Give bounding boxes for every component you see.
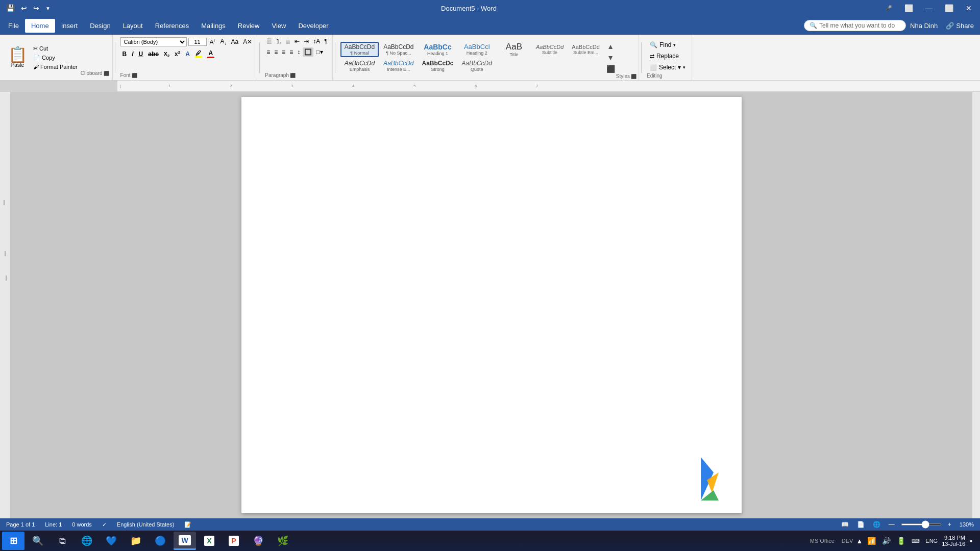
find-button[interactable]: 🔍 Find ▾ [647,40,689,49]
print-view-button[interactable]: 📄 [855,520,867,529]
network-icon[interactable]: 📶 [866,536,877,546]
shrink-font-button[interactable]: A↓ [219,37,228,47]
dictation-icon[interactable]: 🎤 [885,5,892,12]
redo-icon[interactable]: ↪ [31,3,41,13]
track-changes-icon[interactable]: 📝 [182,521,193,528]
decrease-indent-button[interactable]: ⇤ [293,37,301,46]
borders-button[interactable]: □▾ [314,47,324,57]
clear-formatting-button[interactable]: A✕ [241,37,254,46]
strikethrough-button[interactable]: abc [146,49,161,59]
change-case-button[interactable]: Aa [230,37,240,46]
powerpoint-button[interactable]: P [223,532,245,550]
save-icon[interactable]: 💾 [4,3,17,13]
language-status[interactable]: English (United States) [115,521,177,528]
menu-developer[interactable]: Developer [292,19,334,33]
page-status[interactable]: Page 1 of 1 [4,521,37,528]
font-size-input[interactable] [188,38,207,46]
show-desktop-icon[interactable]: ▪ [968,536,974,546]
show-formatting-button[interactable]: ¶ [323,37,329,46]
clock[interactable]: 9:18 PM 13-Jul-16 [942,535,965,547]
line-spacing-button[interactable]: ↕ [296,47,302,57]
share-button[interactable]: 🔗 Share [942,20,978,32]
word-count[interactable]: 0 words [70,521,94,528]
styles-label[interactable]: Styles ⬛ [616,73,636,79]
user-button[interactable]: Nha Dinh [906,20,942,32]
styles-expand[interactable]: ⬛ [605,64,616,74]
task-view-button[interactable]: ⧉ [51,532,74,550]
search-button[interactable]: 🔍 [27,532,49,550]
language-indicator[interactable]: ENG [924,537,939,545]
web-view-button[interactable]: 🌐 [871,520,883,529]
style-strong[interactable]: AaBbCcDc Strong [419,58,457,73]
paragraph-label[interactable]: Paragraph ⬛ [265,72,296,78]
zoom-level[interactable]: 130% [958,521,976,528]
shading-button[interactable]: 🔲 [303,47,313,57]
menu-references[interactable]: References [149,19,195,33]
ie-button[interactable]: 🔵 [149,532,172,550]
styles-scroll-down[interactable]: ▼ [605,53,616,63]
sort-button[interactable]: ↕A [311,37,322,46]
highlight-button[interactable]: 🖊 [193,49,204,59]
start-button[interactable]: ⊞ [2,532,24,550]
volume-icon[interactable]: 🔊 [880,536,892,546]
excel-button[interactable]: X [198,532,220,550]
subscript-button[interactable]: x2 [162,49,172,59]
text-effects-button[interactable]: A [183,49,192,59]
center-button[interactable]: ≡ [273,47,279,57]
ms-office-label[interactable]: MS Office [810,538,835,544]
style-heading1[interactable]: AaBbCc Heading 1 [419,42,457,57]
cut-button[interactable]: ✂ Cut [31,44,80,53]
replace-button[interactable]: ⇄ Replace [647,52,689,61]
style-subtitle[interactable]: AaBbCcDd Subtitle [532,42,567,57]
increase-indent-button[interactable]: ⇥ [302,37,310,46]
spell-check-icon[interactable]: ✓ [100,521,109,528]
paste-button[interactable]: 📋 Paste [5,45,30,70]
zoom-slider[interactable] [901,523,942,525]
menu-home[interactable]: Home [25,19,55,33]
close-button[interactable]: ✕ [962,2,976,14]
bullets-button[interactable]: ☰ [265,37,274,46]
minimize-button[interactable]: — [921,2,937,14]
menu-design[interactable]: Design [84,19,116,33]
select-button[interactable]: ⬜ Select ▾ ▾ [647,63,689,72]
style-heading2[interactable]: AaBbCcl Heading 2 [458,42,496,57]
font-color-button[interactable]: A [205,48,216,59]
document-page[interactable] [241,97,742,513]
align-right-button[interactable]: ≡ [280,47,287,57]
tell-me-search[interactable]: 🔍 Tell me what you want to do [804,20,906,31]
menu-review[interactable]: Review [232,19,266,33]
ribbon-display-icon[interactable]: ⬜ [900,2,917,14]
read-view-button[interactable]: 📖 [839,520,851,529]
zoom-out-button[interactable]: — [887,520,897,529]
style-quote[interactable]: AaBbCcDd Quote [458,58,496,73]
multilevel-button[interactable]: ≣ [284,37,292,46]
menu-mailings[interactable]: Mailings [195,19,232,33]
file-explorer-button[interactable]: 📁 [125,532,147,550]
numbering-button[interactable]: 1. [275,37,283,46]
show-hidden-icons[interactable]: ▲ [856,537,863,545]
clipboard-label[interactable]: Clipboard ⬛ [81,70,109,76]
justify-button[interactable]: ≡ [288,47,295,57]
style-emphasis[interactable]: AaBbCcDd Emphasis [340,58,379,73]
italic-button[interactable]: I [130,49,135,59]
maximize-button[interactable]: ⬜ [941,2,958,14]
line-status[interactable]: Line: 1 [43,521,64,528]
copy-button[interactable]: 📄 Copy [31,54,80,62]
superscript-button[interactable]: x2 [173,49,182,59]
style-title[interactable]: AaB Title [497,42,531,57]
zoom-in-button[interactable]: + [946,520,953,529]
style-normal[interactable]: AaBbCcDd ¶ Normal [340,42,379,57]
app-button[interactable]: 🔮 [247,532,270,550]
menu-layout[interactable]: Layout [117,19,149,33]
style-intense-emph[interactable]: AaBbCcDd Intense E... [380,58,417,73]
ime-icon[interactable]: ⌨ [910,537,921,545]
another-app-button[interactable]: 🌿 [272,532,294,550]
menu-view[interactable]: View [265,19,292,33]
format-painter-button[interactable]: 🖌 Format Painter [31,63,80,71]
menu-insert[interactable]: Insert [55,19,84,33]
align-left-button[interactable]: ≡ [265,47,272,57]
styles-scroll-up[interactable]: ▲ [605,41,616,52]
customize-qat-icon[interactable]: ▼ [43,5,53,12]
underline-button[interactable]: U [137,49,145,59]
style-subemphasis[interactable]: AaBbCcDd Subtle Em... [568,42,603,57]
